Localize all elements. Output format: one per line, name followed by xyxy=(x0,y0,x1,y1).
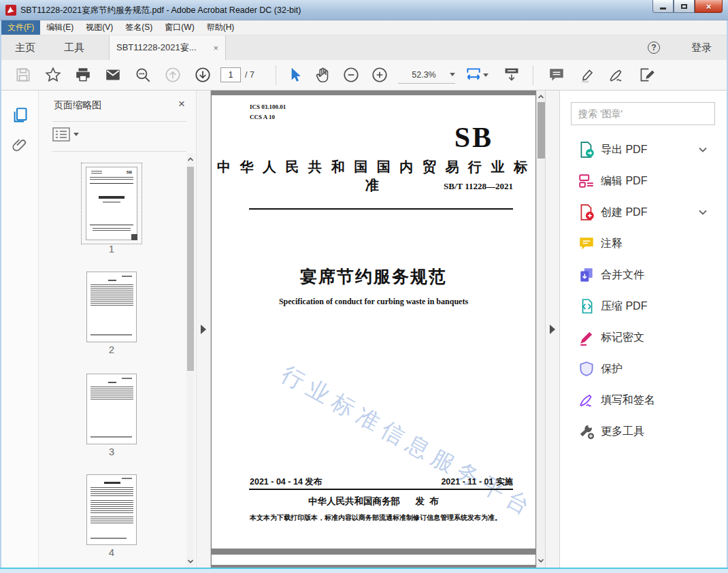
next-page-icon[interactable] xyxy=(194,66,212,84)
left-panel-collapse-handle[interactable] xyxy=(196,91,211,568)
fill-sign-tool-icon[interactable] xyxy=(638,66,655,84)
menu-view[interactable]: 视图(V) xyxy=(80,20,119,35)
scroll-down-icon[interactable] xyxy=(537,557,544,564)
document-subtitle-en: Specification of conduct for curbing was… xyxy=(212,297,535,307)
scrollbar-thumb[interactable] xyxy=(187,167,194,371)
tool-protect[interactable]: 保护 xyxy=(560,353,727,384)
download-footnote: 本文本为下载打印版本，标准内容以商务部流通标准制修订信息管理系统发布为准。 xyxy=(250,513,501,523)
page-scrolling-icon[interactable] xyxy=(503,66,520,84)
scroll-down-icon[interactable] xyxy=(187,558,194,565)
thumbnail-label-4: 4 xyxy=(91,546,132,558)
thumbnail-page-1[interactable]: SB xyxy=(81,163,142,244)
zoom-in-icon[interactable] xyxy=(371,66,388,84)
pdf-page-2-edge xyxy=(212,555,535,565)
chevron-down-icon[interactable] xyxy=(698,209,708,216)
highlighter-tool-icon[interactable] xyxy=(578,66,596,84)
menu-edit[interactable]: 编辑(E) xyxy=(40,20,80,35)
tool-redact[interactable]: 标记密文 xyxy=(560,322,727,353)
tool-combine-files[interactable]: 合并文件 xyxy=(560,259,727,291)
pdf-page-1: ICS 03.100.01 CCS A 10 SB 中 华 人 民 共 和 国 … xyxy=(212,95,535,549)
thumbnail-page-3[interactable] xyxy=(86,374,137,444)
minimize-button[interactable] xyxy=(652,0,674,13)
window-title: SBT11228-2021宴席节约服务规范.pdf - Adobe Acroba… xyxy=(20,0,301,20)
page-total-label: / 7 xyxy=(245,60,254,91)
maximize-icon xyxy=(681,4,687,9)
tool-compress-pdf[interactable]: 压缩 PDF xyxy=(560,291,727,322)
minimize-icon xyxy=(660,7,666,10)
page-number-input[interactable] xyxy=(220,67,241,82)
window-frame-bottom xyxy=(0,568,728,573)
zoom-out-icon[interactable] xyxy=(342,66,360,84)
tool-create-pdf[interactable]: 创建 PDF xyxy=(560,197,727,228)
tool-fill-sign[interactable]: 填写和签名 xyxy=(560,384,727,416)
zoom-level-dropdown[interactable]: 52.3% xyxy=(398,66,455,84)
thumbnail-label-1: 1 xyxy=(91,243,132,255)
menu-file[interactable]: 文件(F) xyxy=(1,20,40,35)
collapse-arrow-icon xyxy=(201,325,206,334)
issue-date: 2021 - 04 - 14 发布 xyxy=(250,476,322,488)
tab-document[interactable]: SBT11228-2021宴... × xyxy=(109,35,226,60)
document-title: 宴席节约服务规范 xyxy=(212,265,535,288)
ics-code: ICS 03.100.01 xyxy=(250,103,286,110)
tools-panel: 导出 PDF 编辑 PDF 创建 PDF 注释 合并文件 xyxy=(559,91,727,568)
maximize-button[interactable] xyxy=(674,0,695,13)
ccs-code: CCS A 10 xyxy=(250,114,275,120)
print-icon[interactable] xyxy=(74,66,92,84)
right-panel-collapse-handle[interactable] xyxy=(545,91,559,568)
save-icon[interactable] xyxy=(14,66,32,84)
scrollbar-thumb[interactable] xyxy=(537,102,545,159)
sign-tool-icon[interactable] xyxy=(608,66,625,84)
chevron-down-icon[interactable] xyxy=(698,146,708,153)
thumbnails-scrollbar[interactable] xyxy=(186,153,195,568)
toolbar: / 7 52.3% xyxy=(1,60,727,91)
select-tool-icon[interactable] xyxy=(286,66,303,84)
document-scrollbar[interactable] xyxy=(536,91,545,568)
close-icon: × xyxy=(706,2,712,11)
comment-tool-icon[interactable] xyxy=(548,66,565,84)
help-button[interactable]: ? xyxy=(648,42,660,54)
document-viewer[interactable]: ICS 03.100.01 CCS A 10 SB 中 华 人 民 共 和 国 … xyxy=(211,91,536,568)
compress-pdf-icon xyxy=(578,297,595,315)
scroll-up-icon[interactable] xyxy=(187,156,194,163)
footer-rule xyxy=(249,489,513,490)
tab-close-icon[interactable]: × xyxy=(213,43,218,53)
fit-width-icon[interactable] xyxy=(465,66,482,84)
search-tools-input[interactable] xyxy=(571,102,715,125)
tool-edit-pdf[interactable]: 编辑 PDF xyxy=(560,165,727,197)
more-tools-icon xyxy=(578,423,595,440)
star-favorite-icon[interactable] xyxy=(44,66,62,84)
sign-in-button[interactable]: 登录 xyxy=(691,35,712,60)
search-icon[interactable] xyxy=(134,66,152,84)
page-thumbnails-icon[interactable] xyxy=(11,106,29,125)
thumbnail-label-2: 2 xyxy=(91,344,132,355)
thumbnails-panel: 页面缩略图 × SB xyxy=(39,91,196,568)
menu-help[interactable]: 帮助(H) xyxy=(201,20,241,35)
protect-icon xyxy=(578,360,595,378)
scroll-up-icon[interactable] xyxy=(537,93,544,100)
tab-home[interactable]: 主页 xyxy=(15,35,35,60)
previous-page-icon[interactable] xyxy=(164,66,182,84)
tab-bar: 主页 工具 SBT11228-2021宴... × ? 登录 xyxy=(1,35,727,60)
publisher-line: 中华人民共和国商务部 发 布 xyxy=(212,495,535,508)
create-pdf-icon xyxy=(578,203,595,221)
chevron-down-icon xyxy=(73,133,79,136)
tab-tools[interactable]: 工具 xyxy=(64,35,84,60)
email-icon[interactable] xyxy=(104,66,122,84)
thumbnails-options-button[interactable] xyxy=(52,127,79,142)
thumbnail-label-3: 3 xyxy=(91,446,132,457)
thumbnails-close-icon[interactable]: × xyxy=(178,97,185,111)
thumbnail-page-4[interactable] xyxy=(86,474,137,545)
edit-pdf-icon xyxy=(578,172,595,190)
combine-files-icon xyxy=(578,266,595,284)
menu-window[interactable]: 窗口(W) xyxy=(159,20,200,35)
thumbnail-page-2[interactable] xyxy=(86,272,137,342)
hand-tool-icon[interactable] xyxy=(314,66,331,84)
menu-sign[interactable]: 签名(S) xyxy=(119,20,159,35)
tool-comment[interactable]: 注释 xyxy=(560,228,727,259)
attachments-icon[interactable] xyxy=(11,136,29,154)
fit-width-dropdown-icon[interactable] xyxy=(483,73,489,77)
close-window-button[interactable]: × xyxy=(695,0,723,13)
header-rule xyxy=(249,208,513,210)
tool-export-pdf[interactable]: 导出 PDF xyxy=(560,134,727,165)
tool-more-tools[interactable]: 更多工具 xyxy=(560,416,727,447)
